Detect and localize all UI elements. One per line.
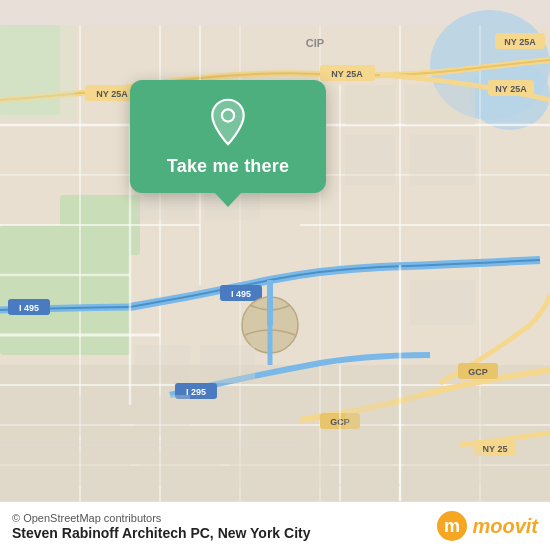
svg-rect-66 (230, 450, 330, 485)
svg-text:NY 25A: NY 25A (96, 89, 128, 99)
bottom-left-info: © OpenStreetMap contributors Steven Rabi… (12, 512, 310, 541)
svg-rect-70 (405, 450, 485, 485)
svg-rect-67 (345, 395, 393, 435)
moovit-icon: m (436, 510, 468, 542)
svg-text:NY 25: NY 25 (483, 444, 508, 454)
svg-text:NY 25A: NY 25A (331, 69, 363, 79)
svg-rect-60 (200, 345, 255, 383)
osm-attribution: © OpenStreetMap contributors (12, 512, 310, 524)
location-popup[interactable]: Take me there (130, 80, 326, 193)
svg-rect-63 (135, 395, 190, 435)
moovit-brand-text: moovit (472, 515, 538, 538)
location-pin-icon (204, 98, 252, 146)
svg-rect-59 (135, 345, 190, 383)
svg-rect-53 (345, 85, 395, 125)
svg-rect-54 (405, 85, 475, 125)
svg-text:I 495: I 495 (19, 303, 39, 313)
bottom-bar: © OpenStreetMap contributors Steven Rabi… (0, 501, 550, 550)
svg-text:CIP: CIP (306, 37, 324, 49)
svg-rect-68 (405, 395, 485, 435)
svg-rect-71 (0, 25, 75, 120)
map-container: NY 25A NY 25A NY 25A I 495 I 495 I 295 G… (0, 0, 550, 550)
svg-rect-62 (0, 395, 120, 435)
svg-text:NY 25A: NY 25A (495, 84, 527, 94)
svg-rect-69 (345, 450, 393, 485)
svg-rect-57 (345, 135, 395, 185)
svg-rect-58 (410, 135, 475, 185)
svg-rect-65 (140, 450, 220, 485)
svg-text:GCP: GCP (468, 367, 488, 377)
svg-text:m: m (444, 516, 460, 536)
location-name: Steven Rabinoff Architech PC, New York C… (12, 525, 310, 541)
svg-text:NY 25A: NY 25A (504, 37, 536, 47)
moovit-logo: m moovit (436, 510, 538, 542)
svg-rect-64 (0, 450, 130, 485)
take-me-there-label: Take me there (167, 156, 289, 177)
svg-rect-61 (410, 280, 475, 325)
svg-text:I 495: I 495 (231, 289, 251, 299)
